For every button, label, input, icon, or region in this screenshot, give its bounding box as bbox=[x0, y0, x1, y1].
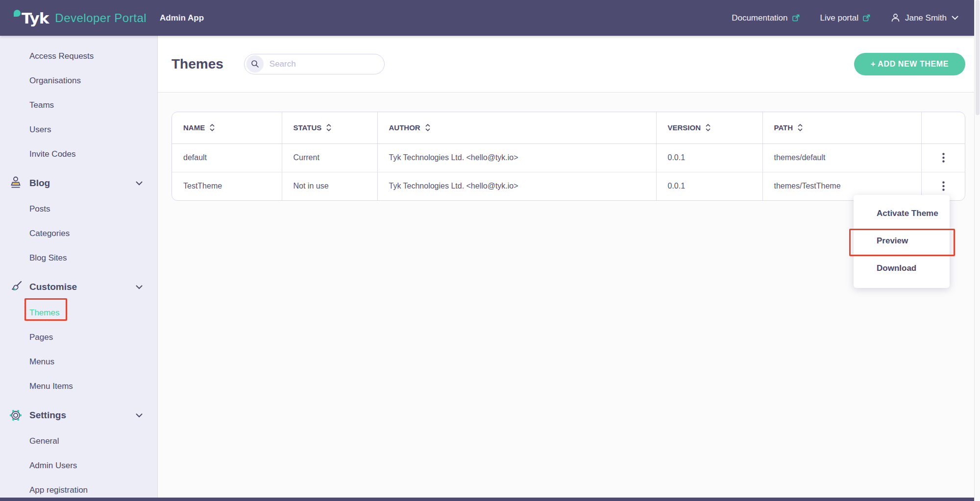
sidebar-item-general[interactable]: General bbox=[0, 429, 157, 453]
cell-name: TestTheme bbox=[172, 172, 282, 200]
menu-item-activate-theme[interactable]: Activate Theme bbox=[854, 200, 950, 227]
column-header-name[interactable]: NAME bbox=[172, 112, 282, 143]
sidebar-item-label: App registration bbox=[29, 485, 88, 495]
column-label: NAME bbox=[183, 123, 205, 132]
sidebar-item-label: Admin Users bbox=[29, 461, 77, 471]
cell-status: Current bbox=[282, 143, 377, 172]
sidebar-section-customise[interactable]: Customise bbox=[0, 275, 157, 299]
documentation-link[interactable]: Documentation bbox=[732, 13, 799, 23]
search-input[interactable] bbox=[270, 59, 372, 69]
sidebar-item-label: General bbox=[29, 436, 59, 446]
external-link-icon bbox=[863, 14, 870, 22]
sidebar-item-label: Access Requests bbox=[29, 51, 94, 61]
documentation-label: Documentation bbox=[732, 13, 787, 23]
tyk-leaf-icon bbox=[14, 10, 21, 17]
column-header-version[interactable]: VERSION bbox=[656, 112, 762, 143]
sidebar-item-categories[interactable]: Categories bbox=[0, 221, 157, 246]
sidebar-section-blog[interactable]: Blog bbox=[0, 171, 157, 195]
scrollbar-thumb[interactable] bbox=[976, 0, 980, 115]
cell-status: Not in use bbox=[282, 172, 377, 200]
themes-table: NAME STATUS AUTHOR VERSION bbox=[172, 112, 965, 201]
chevron-down-icon bbox=[136, 413, 143, 418]
sidebar-item-admin-users[interactable]: Admin Users bbox=[0, 453, 157, 478]
chevron-down-icon bbox=[136, 181, 143, 186]
app-label: Admin App bbox=[160, 13, 204, 23]
app-root: Tyk Developer Portal Admin App Documenta… bbox=[0, 0, 980, 501]
sidebar-item-invite-codes[interactable]: Invite Codes bbox=[0, 142, 157, 167]
sidebar-item-label: Menu Items bbox=[29, 382, 73, 391]
sidebar-item-label: Blog Sites bbox=[29, 253, 67, 263]
sidebar-item-menus[interactable]: Menus bbox=[0, 350, 157, 374]
user-menu[interactable]: Jane Smith bbox=[891, 13, 958, 23]
sidebar-item-label: Invite Codes bbox=[29, 149, 76, 159]
column-header-status[interactable]: STATUS bbox=[282, 112, 377, 143]
column-header-path[interactable]: PATH bbox=[762, 112, 921, 143]
sidebar-item-label: Organisations bbox=[29, 76, 81, 86]
menu-item-download[interactable]: Download bbox=[854, 255, 950, 282]
external-link-icon bbox=[792, 14, 800, 22]
sidebar-item-access-requests[interactable]: Access Requests bbox=[0, 44, 157, 69]
chevron-down-icon bbox=[136, 285, 143, 289]
row-actions-kebab-icon[interactable] bbox=[937, 178, 950, 194]
sidebar-item-label: Teams bbox=[29, 100, 54, 110]
cell-path: themes/default bbox=[762, 143, 921, 172]
sidebar-item-themes[interactable]: Themes bbox=[0, 301, 157, 325]
page-header-band: Themes + ADD NEW THEME bbox=[158, 36, 974, 93]
column-header-author[interactable]: AUTHOR bbox=[377, 112, 656, 143]
search-icon bbox=[246, 55, 264, 72]
user-name: Jane Smith bbox=[905, 13, 947, 23]
live-portal-label: Live portal bbox=[820, 13, 858, 23]
vertical-scrollbar[interactable] bbox=[974, 0, 980, 501]
sidebar: Access Requests Organisations Teams User… bbox=[0, 36, 158, 498]
bottom-strip bbox=[0, 498, 974, 501]
cell-version: 0.0.1 bbox=[656, 172, 762, 200]
sidebar-section-label: Customise bbox=[29, 282, 77, 292]
sidebar-item-label: Categories bbox=[29, 229, 70, 239]
sidebar-item-posts[interactable]: Posts bbox=[0, 197, 157, 221]
blog-icon bbox=[8, 176, 24, 191]
paintbrush-icon bbox=[8, 280, 24, 294]
sort-icon bbox=[326, 124, 332, 131]
cell-name: default bbox=[172, 143, 282, 172]
sidebar-item-blog-sites[interactable]: Blog Sites bbox=[0, 246, 157, 270]
sidebar-item-label: Users bbox=[29, 125, 51, 135]
chevron-down-icon bbox=[952, 16, 958, 20]
search-box bbox=[244, 54, 385, 74]
column-label: AUTHOR bbox=[389, 123, 420, 132]
top-nav: Documentation Live portal Jane Smith bbox=[732, 13, 958, 23]
sort-icon bbox=[797, 124, 803, 131]
sort-icon bbox=[425, 124, 431, 131]
top-header: Tyk Developer Portal Admin App Documenta… bbox=[0, 0, 974, 36]
theme-actions-menu: Activate Theme Preview Download bbox=[854, 195, 950, 288]
brand-name: Tyk bbox=[22, 9, 49, 27]
column-label: PATH bbox=[774, 123, 793, 132]
sidebar-item-teams[interactable]: Teams bbox=[0, 93, 157, 118]
live-portal-link[interactable]: Live portal bbox=[820, 13, 870, 23]
table-row: TestTheme Not in use Tyk Technologies Lt… bbox=[172, 172, 965, 200]
sidebar-item-label: Menus bbox=[29, 357, 54, 367]
sidebar-item-pages[interactable]: Pages bbox=[0, 325, 157, 350]
tyk-logo[interactable]: Tyk Developer Portal bbox=[14, 9, 147, 27]
table-row: default Current Tyk Technologies Ltd. <h… bbox=[172, 143, 965, 172]
sidebar-item-label: Pages bbox=[29, 333, 53, 342]
user-icon bbox=[891, 13, 900, 23]
sidebar-item-menu-items[interactable]: Menu Items bbox=[0, 374, 157, 399]
main-content: Themes + ADD NEW THEME NAME bbox=[158, 36, 974, 498]
row-actions-kebab-icon[interactable] bbox=[937, 150, 950, 166]
sort-icon bbox=[209, 124, 215, 131]
column-label: STATUS bbox=[294, 123, 322, 132]
sidebar-item-organisations[interactable]: Organisations bbox=[0, 69, 157, 93]
sidebar-item-label: Posts bbox=[29, 204, 50, 214]
table-header-row: NAME STATUS AUTHOR VERSION bbox=[172, 112, 965, 143]
cell-author: Tyk Technologies Ltd. <hello@tyk.io> bbox=[377, 143, 656, 172]
menu-item-preview[interactable]: Preview bbox=[854, 227, 950, 255]
sidebar-item-users[interactable]: Users bbox=[0, 118, 157, 142]
product-name: Developer Portal bbox=[55, 11, 147, 25]
cell-version: 0.0.1 bbox=[656, 143, 762, 172]
column-header-actions bbox=[921, 112, 965, 143]
sidebar-item-label: Themes bbox=[29, 308, 59, 318]
sidebar-section-settings[interactable]: Settings bbox=[0, 403, 157, 428]
cell-author: Tyk Technologies Ltd. <hello@tyk.io> bbox=[377, 172, 656, 200]
page-title: Themes bbox=[172, 56, 223, 72]
add-new-theme-button[interactable]: + ADD NEW THEME bbox=[854, 53, 965, 75]
